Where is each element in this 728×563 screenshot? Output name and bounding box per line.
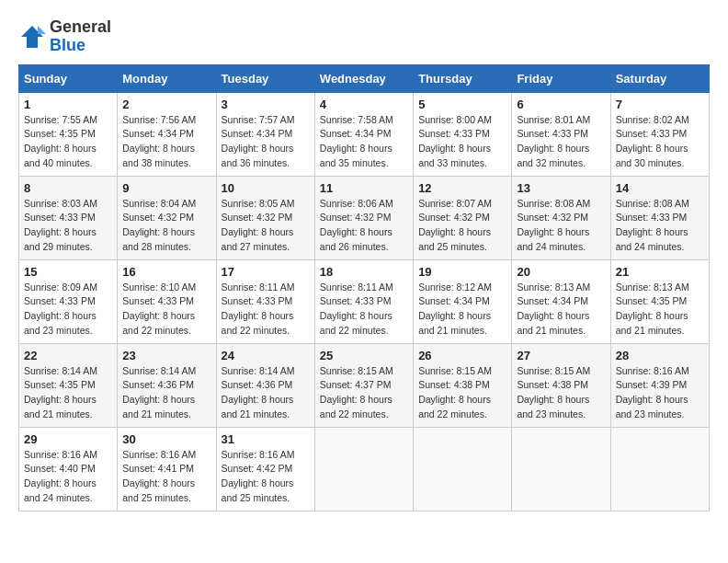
col-header-sunday: Sunday bbox=[19, 64, 118, 92]
day-info: Sunrise: 8:02 AMSunset: 4:33 PMDaylight:… bbox=[616, 113, 704, 171]
day-info: Sunrise: 8:16 AMSunset: 4:41 PMDaylight:… bbox=[122, 448, 210, 506]
day-cell: 14 Sunrise: 8:08 AMSunset: 4:33 PMDaylig… bbox=[610, 176, 709, 259]
day-info: Sunrise: 8:12 AMSunset: 4:34 PMDaylight:… bbox=[418, 281, 506, 339]
day-cell bbox=[414, 427, 512, 511]
day-cell: 20 Sunrise: 8:13 AMSunset: 4:34 PMDaylig… bbox=[512, 259, 610, 343]
logo-text: General Blue bbox=[50, 18, 111, 55]
day-cell: 10 Sunrise: 8:05 AMSunset: 4:32 PMDaylig… bbox=[216, 176, 314, 259]
calendar-table: SundayMondayTuesdayWednesdayThursdayFrid… bbox=[18, 64, 710, 511]
day-number: 9 bbox=[122, 181, 210, 195]
day-cell: 4 Sunrise: 7:58 AMSunset: 4:34 PMDayligh… bbox=[314, 92, 413, 176]
day-info: Sunrise: 8:06 AMSunset: 4:32 PMDaylight:… bbox=[320, 197, 408, 255]
week-row-2: 8 Sunrise: 8:03 AMSunset: 4:33 PMDayligh… bbox=[19, 176, 710, 259]
day-number: 6 bbox=[517, 98, 605, 111]
day-cell: 17 Sunrise: 8:11 AMSunset: 4:33 PMDaylig… bbox=[216, 259, 314, 343]
day-info: Sunrise: 7:57 AMSunset: 4:34 PMDaylight:… bbox=[222, 113, 310, 171]
day-cell: 1 Sunrise: 7:55 AMSunset: 4:35 PMDayligh… bbox=[19, 92, 118, 176]
week-row-1: 1 Sunrise: 7:55 AMSunset: 4:35 PMDayligh… bbox=[19, 92, 710, 176]
day-info: Sunrise: 8:11 AMSunset: 4:33 PMDaylight:… bbox=[320, 281, 408, 339]
day-info: Sunrise: 8:01 AMSunset: 4:33 PMDaylight:… bbox=[517, 113, 605, 171]
day-number: 8 bbox=[24, 181, 112, 195]
day-cell: 9 Sunrise: 8:04 AMSunset: 4:32 PMDayligh… bbox=[118, 176, 216, 259]
day-cell: 3 Sunrise: 7:57 AMSunset: 4:34 PMDayligh… bbox=[216, 92, 314, 176]
day-cell: 29 Sunrise: 8:16 AMSunset: 4:40 PMDaylig… bbox=[19, 427, 118, 511]
day-number: 21 bbox=[616, 265, 704, 279]
day-number: 30 bbox=[122, 432, 210, 446]
day-cell: 24 Sunrise: 8:14 AMSunset: 4:36 PMDaylig… bbox=[216, 343, 314, 427]
day-cell: 6 Sunrise: 8:01 AMSunset: 4:33 PMDayligh… bbox=[512, 92, 610, 176]
day-number: 23 bbox=[122, 349, 210, 362]
logo: General Blue bbox=[18, 18, 111, 55]
day-number: 19 bbox=[418, 265, 506, 279]
day-number: 4 bbox=[320, 98, 408, 111]
calendar-body: 1 Sunrise: 7:55 AMSunset: 4:35 PMDayligh… bbox=[19, 92, 710, 511]
week-row-3: 15 Sunrise: 8:09 AMSunset: 4:33 PMDaylig… bbox=[19, 259, 710, 343]
day-number: 11 bbox=[320, 181, 408, 195]
day-number: 29 bbox=[24, 432, 112, 446]
day-number: 26 bbox=[418, 349, 506, 362]
day-number: 27 bbox=[517, 349, 605, 362]
day-info: Sunrise: 8:03 AMSunset: 4:33 PMDaylight:… bbox=[24, 197, 112, 255]
day-info: Sunrise: 8:08 AMSunset: 4:33 PMDaylight:… bbox=[616, 197, 704, 255]
day-cell: 8 Sunrise: 8:03 AMSunset: 4:33 PMDayligh… bbox=[19, 176, 118, 259]
day-info: Sunrise: 8:09 AMSunset: 4:33 PMDaylight:… bbox=[24, 281, 112, 339]
day-cell: 16 Sunrise: 8:10 AMSunset: 4:33 PMDaylig… bbox=[118, 259, 216, 343]
day-cell: 7 Sunrise: 8:02 AMSunset: 4:33 PMDayligh… bbox=[610, 92, 709, 176]
day-number: 13 bbox=[517, 181, 605, 195]
day-number: 31 bbox=[222, 432, 310, 446]
day-cell bbox=[610, 427, 709, 511]
day-info: Sunrise: 8:07 AMSunset: 4:32 PMDaylight:… bbox=[418, 197, 506, 255]
day-info: Sunrise: 7:56 AMSunset: 4:34 PMDaylight:… bbox=[122, 113, 210, 171]
day-info: Sunrise: 8:15 AMSunset: 4:37 PMDaylight:… bbox=[320, 364, 408, 422]
col-header-friday: Friday bbox=[512, 64, 610, 92]
day-number: 7 bbox=[616, 98, 704, 111]
day-info: Sunrise: 8:14 AMSunset: 4:36 PMDaylight:… bbox=[122, 364, 210, 422]
header-row: SundayMondayTuesdayWednesdayThursdayFrid… bbox=[19, 64, 710, 92]
day-cell: 30 Sunrise: 8:16 AMSunset: 4:41 PMDaylig… bbox=[118, 427, 216, 511]
day-cell: 19 Sunrise: 8:12 AMSunset: 4:34 PMDaylig… bbox=[414, 259, 512, 343]
col-header-tuesday: Tuesday bbox=[216, 64, 314, 92]
week-row-4: 22 Sunrise: 8:14 AMSunset: 4:35 PMDaylig… bbox=[19, 343, 710, 427]
day-cell: 23 Sunrise: 8:14 AMSunset: 4:36 PMDaylig… bbox=[118, 343, 216, 427]
day-number: 1 bbox=[24, 98, 112, 111]
day-cell bbox=[314, 427, 413, 511]
day-number: 18 bbox=[320, 265, 408, 279]
day-cell: 22 Sunrise: 8:14 AMSunset: 4:35 PMDaylig… bbox=[19, 343, 118, 427]
day-info: Sunrise: 8:05 AMSunset: 4:32 PMDaylight:… bbox=[222, 197, 310, 255]
day-info: Sunrise: 8:14 AMSunset: 4:35 PMDaylight:… bbox=[24, 364, 112, 422]
day-number: 28 bbox=[616, 349, 704, 362]
logo-icon bbox=[18, 23, 46, 51]
day-cell: 21 Sunrise: 8:13 AMSunset: 4:35 PMDaylig… bbox=[610, 259, 709, 343]
day-number: 2 bbox=[122, 98, 210, 111]
day-info: Sunrise: 8:13 AMSunset: 4:35 PMDaylight:… bbox=[616, 281, 704, 339]
day-number: 25 bbox=[320, 349, 408, 362]
day-info: Sunrise: 8:16 AMSunset: 4:40 PMDaylight:… bbox=[24, 448, 112, 506]
day-cell: 11 Sunrise: 8:06 AMSunset: 4:32 PMDaylig… bbox=[314, 176, 413, 259]
day-info: Sunrise: 8:10 AMSunset: 4:33 PMDaylight:… bbox=[122, 281, 210, 339]
col-header-thursday: Thursday bbox=[414, 64, 512, 92]
day-cell: 27 Sunrise: 8:15 AMSunset: 4:38 PMDaylig… bbox=[512, 343, 610, 427]
day-info: Sunrise: 7:58 AMSunset: 4:34 PMDaylight:… bbox=[320, 113, 408, 171]
day-cell: 25 Sunrise: 8:15 AMSunset: 4:37 PMDaylig… bbox=[314, 343, 413, 427]
day-number: 12 bbox=[418, 181, 506, 195]
col-header-saturday: Saturday bbox=[610, 64, 709, 92]
day-info: Sunrise: 8:15 AMSunset: 4:38 PMDaylight:… bbox=[517, 364, 605, 422]
calendar-header: SundayMondayTuesdayWednesdayThursdayFrid… bbox=[19, 64, 710, 92]
day-number: 22 bbox=[24, 349, 112, 362]
day-cell: 18 Sunrise: 8:11 AMSunset: 4:33 PMDaylig… bbox=[314, 259, 413, 343]
page-header: General Blue bbox=[18, 18, 710, 55]
day-number: 14 bbox=[616, 181, 704, 195]
day-number: 5 bbox=[418, 98, 506, 111]
day-number: 16 bbox=[122, 265, 210, 279]
day-number: 10 bbox=[222, 181, 310, 195]
svg-marker-1 bbox=[38, 26, 46, 34]
day-number: 20 bbox=[517, 265, 605, 279]
day-number: 17 bbox=[222, 265, 310, 279]
day-number: 24 bbox=[222, 349, 310, 362]
day-info: Sunrise: 8:08 AMSunset: 4:32 PMDaylight:… bbox=[517, 197, 605, 255]
col-header-wednesday: Wednesday bbox=[314, 64, 413, 92]
week-row-5: 29 Sunrise: 8:16 AMSunset: 4:40 PMDaylig… bbox=[19, 427, 710, 511]
day-cell: 28 Sunrise: 8:16 AMSunset: 4:39 PMDaylig… bbox=[610, 343, 709, 427]
day-cell bbox=[512, 427, 610, 511]
day-cell: 2 Sunrise: 7:56 AMSunset: 4:34 PMDayligh… bbox=[118, 92, 216, 176]
